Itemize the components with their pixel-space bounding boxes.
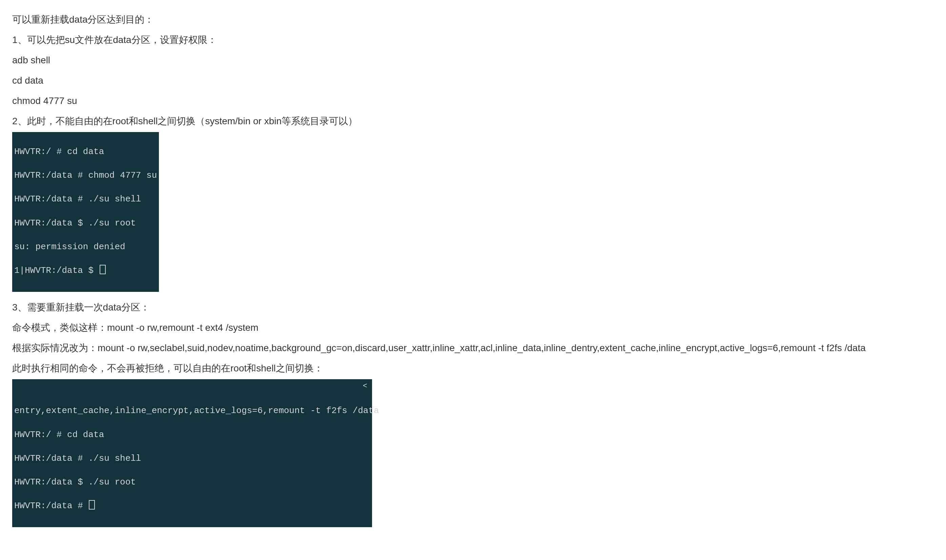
paragraph-result: 此时执行相同的命令，不会再被拒绝，可以自由的在root和shell之间切换： xyxy=(12,359,934,378)
term2-line4: HWVTR:/data $ ./su root xyxy=(14,476,370,488)
term1-line3: HWVTR:/data # ./su shell xyxy=(14,193,157,205)
paragraph-mount-actual: 根据实际情况改为：mount -o rw,seclabel,suid,nodev… xyxy=(12,338,934,357)
term1-line5: su: permission denied xyxy=(14,241,157,253)
term1-line2: HWVTR:/data # chmod 4777 su xyxy=(14,170,157,182)
cursor-icon xyxy=(89,500,95,509)
term2-line2: HWVTR:/ # cd data xyxy=(14,429,370,441)
term1-line6: 1|HWVTR:/data $ xyxy=(14,265,157,277)
terminal-screenshot-2: < entry,extent_cache,inline_encrypt,acti… xyxy=(12,379,372,527)
cmd-chmod: chmod 4777 su xyxy=(12,91,934,110)
term1-line4: HWVTR:/data $ ./su root xyxy=(14,217,157,229)
paragraph-step2: 2、此时，不能自由的在root和shell之间切换（system/bin or … xyxy=(12,112,934,131)
cmd-adb-shell: adb shell xyxy=(12,51,934,70)
term2-line1: entry,extent_cache,inline_encrypt,active… xyxy=(14,405,370,417)
term2-line3: HWVTR:/data # ./su shell xyxy=(14,453,370,465)
paragraph-step3: 3、需要重新挂载一次data分区： xyxy=(12,298,934,317)
chevron-left-icon: < xyxy=(363,381,367,391)
paragraph-intro: 可以重新挂载data分区达到目的： xyxy=(12,10,934,29)
term1-line1: HWVTR:/ # cd data xyxy=(14,146,157,158)
terminal-screenshot-1: HWVTR:/ # cd data HWVTR:/data # chmod 47… xyxy=(12,132,159,292)
paragraph-mount-example: 命令模式，类似这样：mount -o rw,remount -t ext4 /s… xyxy=(12,318,934,337)
cmd-cd-data: cd data xyxy=(12,71,934,90)
term2-line5: HWVTR:/data # xyxy=(14,500,370,512)
paragraph-step1: 1、可以先把su文件放在data分区，设置好权限： xyxy=(12,31,934,49)
cursor-icon xyxy=(100,265,106,274)
